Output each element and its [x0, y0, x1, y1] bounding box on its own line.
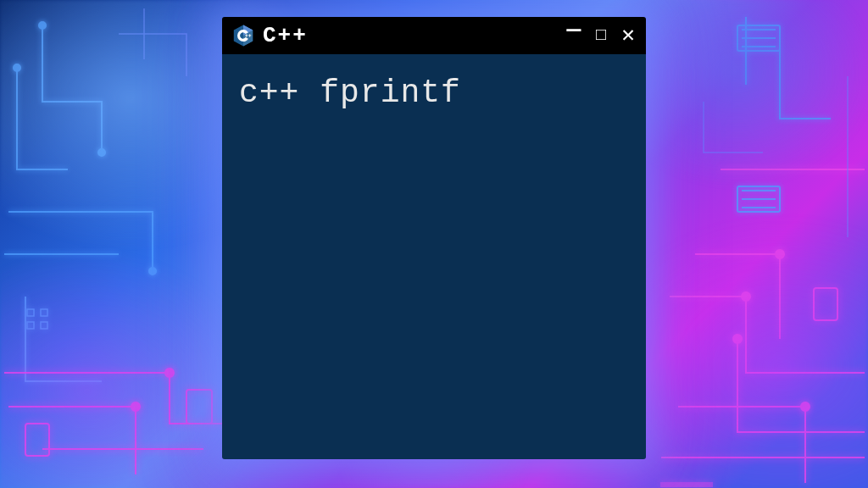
terminal-window: C++ — □ ✕ c++ fprintf: [222, 17, 646, 459]
cpp-logo-icon: [231, 23, 256, 48]
window-title: C++: [263, 23, 558, 48]
close-button[interactable]: ✕: [619, 25, 637, 47]
terminal-content: c++ fprintf: [239, 75, 629, 111]
svg-rect-25: [245, 35, 248, 36]
minimize-button[interactable]: —: [565, 19, 583, 42]
terminal-body[interactable]: c++ fprintf: [222, 54, 646, 459]
svg-rect-27: [248, 35, 251, 36]
window-controls: — □ ✕: [565, 24, 637, 47]
maximize-button[interactable]: □: [592, 27, 610, 44]
window-titlebar[interactable]: C++ — □ ✕: [222, 17, 646, 54]
